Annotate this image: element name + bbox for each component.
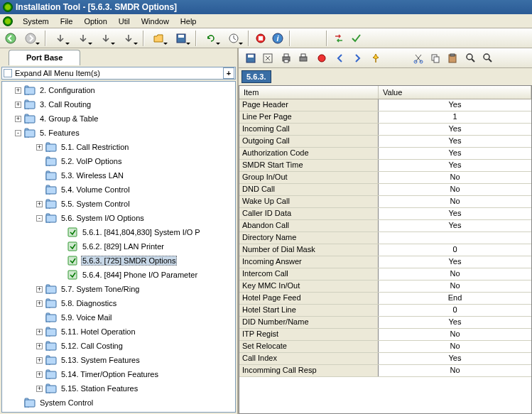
- cell-value[interactable]: Yes: [379, 99, 531, 111]
- tree-node[interactable]: +5.1. Call Restriction: [2, 140, 235, 154]
- expand-toggle[interactable]: +: [36, 300, 43, 307]
- cell-value[interactable]: [379, 232, 531, 244]
- tree-node[interactable]: +5.7. System Tone/Ring: [2, 282, 235, 296]
- nav-tree[interactable]: +2. Configuration+3. Call Routing+4. Gro…: [1, 81, 236, 413]
- menu-option[interactable]: Option: [78, 16, 112, 27]
- expand-plus-button[interactable]: +: [223, 67, 234, 79]
- table-row[interactable]: Authorization CodeYes: [239, 148, 531, 160]
- open-button[interactable]: [148, 31, 169, 46]
- tree-node[interactable]: 5.6.3. [725] SMDR Options: [2, 254, 235, 268]
- check-button[interactable]: [348, 31, 364, 46]
- cell-value[interactable]: Yes: [379, 148, 531, 159]
- menu-system[interactable]: System: [17, 16, 55, 27]
- expand-toggle[interactable]: +: [36, 201, 43, 207]
- find-next-icon[interactable]: [480, 50, 496, 66]
- tree-node[interactable]: 5.6.2. [829] LAN Printer: [2, 239, 235, 254]
- expand-toggle[interactable]: +: [15, 102, 21, 108]
- refresh-button[interactable]: [200, 31, 222, 46]
- menu-window[interactable]: Window: [136, 16, 175, 27]
- cell-value[interactable]: Yes: [379, 160, 531, 171]
- tab-port-base[interactable]: Port Base: [9, 50, 80, 65]
- table-row[interactable]: Number of Dial Mask0: [239, 244, 531, 256]
- cell-value[interactable]: 0: [379, 305, 531, 316]
- tree-node[interactable]: +4. Group & Table: [2, 111, 235, 126]
- down2-button[interactable]: [72, 31, 94, 46]
- forward-button[interactable]: [20, 31, 41, 46]
- pin-icon[interactable]: [368, 50, 384, 66]
- expand-all-bar[interactable]: Expand All Menu Item(s) +: [1, 67, 236, 80]
- swap-button[interactable]: [331, 31, 347, 46]
- expand-toggle[interactable]: -: [15, 130, 21, 136]
- cell-value[interactable]: Yes: [379, 220, 531, 231]
- tree-node[interactable]: 5.9. Voice Mail: [2, 310, 235, 325]
- expand-toggle[interactable]: +: [15, 116, 21, 122]
- tree-node[interactable]: +5.5. System Control: [2, 197, 235, 211]
- cell-value[interactable]: Yes: [379, 136, 531, 147]
- tree-node[interactable]: -5.6. System I/O Options: [2, 211, 235, 225]
- expand-toggle[interactable]: +: [36, 144, 43, 151]
- paste-icon[interactable]: [445, 50, 460, 66]
- table-row[interactable]: Outgoing CallYes: [239, 136, 531, 148]
- tree-node[interactable]: 5.6.1. [841,804,830] System I/O P: [2, 225, 235, 239]
- tree-node[interactable]: +5.12. Call Costing: [2, 339, 235, 353]
- expand-toggle[interactable]: +: [36, 329, 43, 335]
- cell-value[interactable]: Yes: [379, 208, 531, 219]
- table-row[interactable]: Group In/OutNo: [239, 172, 531, 184]
- cell-value[interactable]: Yes: [379, 124, 531, 135]
- table-row[interactable]: Incoming AnswerYes: [239, 256, 531, 268]
- info-button[interactable]: i: [270, 31, 286, 46]
- tree-node[interactable]: 5.3. Wireless LAN: [2, 168, 235, 183]
- print-preview-icon[interactable]: [295, 50, 311, 66]
- cell-value[interactable]: No: [379, 268, 531, 280]
- expand-toggle[interactable]: +: [36, 357, 43, 364]
- tree-node[interactable]: +5.13. System Features: [2, 353, 235, 367]
- cell-value[interactable]: Yes: [379, 317, 531, 328]
- table-row[interactable]: Abandon CallYes: [239, 220, 531, 232]
- prev-icon[interactable]: [332, 50, 348, 66]
- cell-value[interactable]: No: [379, 184, 531, 195]
- tree-node[interactable]: -5. Features: [2, 126, 235, 140]
- menu-util[interactable]: Util: [113, 16, 136, 27]
- find-icon[interactable]: [463, 50, 479, 66]
- save-icon[interactable]: [243, 50, 259, 66]
- cell-value[interactable]: No: [379, 341, 531, 352]
- col-value[interactable]: Value: [379, 86, 531, 99]
- cell-value[interactable]: Yes: [379, 353, 531, 364]
- table-row[interactable]: Wake Up CallNo: [239, 196, 531, 208]
- col-item[interactable]: Item: [239, 86, 379, 99]
- expand-toggle[interactable]: +: [15, 87, 21, 94]
- cell-value[interactable]: No: [379, 365, 531, 376]
- cell-value[interactable]: No: [379, 329, 531, 340]
- cell-value[interactable]: No: [379, 196, 531, 207]
- table-row[interactable]: Hotel Start Line0: [239, 305, 531, 317]
- table-row[interactable]: Intercom CallNo: [239, 268, 531, 280]
- back-button[interactable]: [3, 31, 18, 46]
- down4-button[interactable]: [118, 31, 139, 46]
- menu-file[interactable]: File: [55, 16, 79, 27]
- print-icon[interactable]: [278, 50, 294, 66]
- expand-toggle[interactable]: +: [36, 343, 43, 349]
- expand-checkbox[interactable]: [4, 69, 12, 77]
- cut-icon[interactable]: [411, 50, 426, 66]
- table-row[interactable]: Caller ID DataYes: [239, 208, 531, 220]
- record-icon[interactable]: [314, 50, 330, 66]
- save-button[interactable]: [170, 31, 192, 46]
- next-icon[interactable]: [349, 50, 365, 66]
- table-row[interactable]: Hotel Page FeedEnd: [239, 293, 531, 305]
- menu-help[interactable]: Help: [175, 16, 202, 27]
- table-row[interactable]: Page HeaderYes: [239, 99, 531, 111]
- cell-value[interactable]: 0: [379, 244, 531, 256]
- cell-value[interactable]: End: [379, 293, 531, 304]
- table-row[interactable]: DID Number/NameYes: [239, 317, 531, 329]
- copy-icon[interactable]: [428, 50, 443, 66]
- tree-node[interactable]: 5.4. Volume Control: [2, 183, 235, 197]
- expand-toggle[interactable]: +: [36, 371, 43, 378]
- table-row[interactable]: Directory Name: [239, 232, 531, 244]
- crumb-item[interactable]: 5.6.3.: [241, 70, 271, 83]
- table-row[interactable]: Set RelocateNo: [239, 341, 531, 353]
- cell-value[interactable]: No: [379, 172, 531, 183]
- tree-node[interactable]: 5.6.4. [844] Phone I/O Parameter: [2, 268, 235, 282]
- down3-button[interactable]: [95, 31, 116, 46]
- table-row[interactable]: SMDR Start TimeYes: [239, 160, 531, 172]
- expand-toggle[interactable]: -: [36, 215, 43, 222]
